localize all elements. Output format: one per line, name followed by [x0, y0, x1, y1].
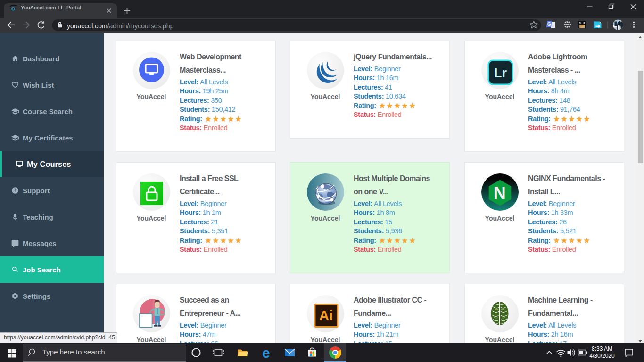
svg-text:e: e: [262, 345, 270, 361]
svg-text:G: G: [547, 22, 551, 27]
svg-text:Ai: Ai: [319, 308, 333, 323]
svg-text:Lr: Lr: [494, 66, 507, 80]
svg-text:N: N: [494, 183, 506, 203]
